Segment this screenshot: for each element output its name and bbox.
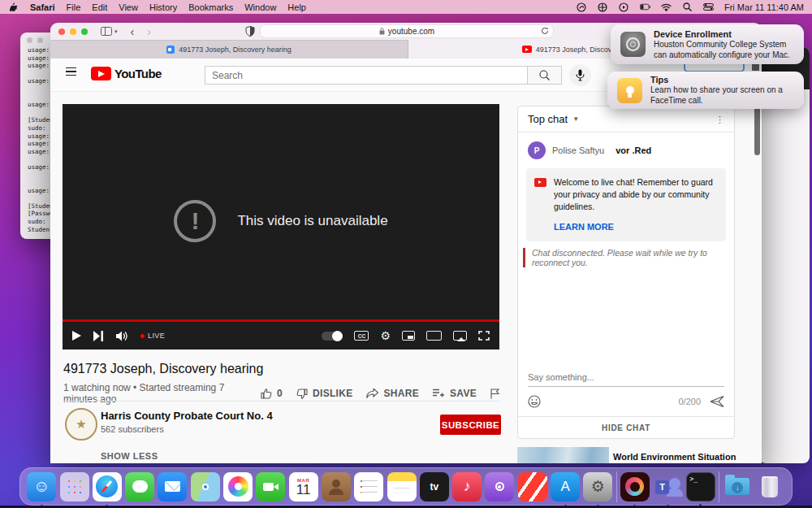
back-button[interactable]: ‹ xyxy=(124,28,141,36)
search-icon xyxy=(539,70,550,80)
dislike-button[interactable]: DISLIKE xyxy=(296,388,352,399)
dock-messages-icon[interactable] xyxy=(125,472,154,501)
chat-author-name[interactable]: Polise Saftyu xyxy=(552,145,604,155)
menu-window[interactable]: Window xyxy=(244,2,276,12)
dock-podcasts-icon[interactable] xyxy=(485,472,514,501)
creative-cloud-menu-icon[interactable] xyxy=(577,2,587,12)
subscribe-button[interactable]: SUBSCRIBE xyxy=(440,415,501,435)
learn-more-link[interactable]: LEARN MORE xyxy=(554,222,718,232)
terminal-close-button[interactable] xyxy=(27,37,32,43)
video-player[interactable]: ! This video is unavailable LIVE xyxy=(63,104,499,350)
captions-button[interactable]: CC xyxy=(354,331,369,341)
apple-menu-icon[interactable] xyxy=(10,2,19,12)
dock-contacts-icon[interactable] xyxy=(322,472,351,501)
autoplay-toggle[interactable] xyxy=(322,332,343,341)
menu-bar-clock[interactable]: Fri Mar 11 11:40 AM xyxy=(724,2,804,12)
background-window[interactable] xyxy=(759,47,810,463)
dock-reminders-icon[interactable] xyxy=(354,472,383,501)
page-scrollbar[interactable] xyxy=(754,102,760,155)
sidebar-toggle-icon[interactable] xyxy=(101,27,112,36)
channel-avatar[interactable]: ★ xyxy=(65,408,97,441)
notification-tips[interactable]: Tips Learn how to share your screen on a… xyxy=(607,72,804,109)
emoji-icon[interactable] xyxy=(528,395,541,408)
menu-view[interactable]: View xyxy=(119,2,138,12)
like-button[interactable]: 0 xyxy=(261,388,283,399)
dock-trash-icon[interactable] xyxy=(755,472,784,501)
notification-body: Learn how to share your screen on a Face… xyxy=(650,85,794,106)
terminal-minimize-button[interactable] xyxy=(37,37,43,43)
play-status-menu-icon[interactable] xyxy=(619,2,629,12)
menu-help[interactable]: Help xyxy=(287,2,306,12)
miniplayer-button[interactable] xyxy=(402,331,415,341)
save-button[interactable]: SAVE xyxy=(433,388,477,399)
recommended-thumbnail[interactable] xyxy=(517,447,609,463)
dock-creative-cloud-icon[interactable] xyxy=(620,472,650,501)
reload-icon[interactable] xyxy=(541,27,549,35)
dock-music-icon[interactable]: ♪ xyxy=(452,472,482,501)
chat-message-input[interactable] xyxy=(528,370,724,387)
dock-system-preferences-icon[interactable]: ⚙ xyxy=(583,472,612,501)
hide-chat-button[interactable]: HIDE CHAT xyxy=(518,416,734,438)
youtube-favicon xyxy=(522,46,532,53)
dock-appstore-icon[interactable]: A xyxy=(551,472,580,501)
menu-file[interactable]: File xyxy=(67,2,81,12)
hamburger-menu-icon[interactable] xyxy=(66,71,76,72)
dock-launchpad-icon[interactable] xyxy=(60,472,89,501)
search-button[interactable] xyxy=(528,66,562,85)
volume-button[interactable] xyxy=(116,331,128,341)
report-button[interactable] xyxy=(490,389,499,399)
address-bar[interactable]: youtube.com xyxy=(261,25,553,37)
tab-zoom-meeting[interactable]: 491773 Joseph, Discovery hearing xyxy=(50,40,408,59)
video-title: 491773 Joseph, Discovery hearing xyxy=(63,362,263,376)
chat-input-area: 0/200 xyxy=(518,369,734,416)
play-button[interactable] xyxy=(72,331,81,341)
dock-finder-icon[interactable]: ☺ xyxy=(27,472,56,501)
privacy-shield-icon[interactable] xyxy=(245,26,255,37)
dock-safari-icon[interactable] xyxy=(93,472,122,501)
dock-maps-icon[interactable] xyxy=(191,472,220,501)
dock-notes-icon[interactable] xyxy=(387,472,417,501)
forward-button[interactable]: › xyxy=(140,28,158,36)
dock-terminal-icon[interactable]: >_ xyxy=(686,472,715,501)
show-less-button[interactable]: SHOW LESS xyxy=(101,451,158,461)
chat-mode-selector[interactable]: Top chat xyxy=(528,113,568,125)
window-minimize-button[interactable] xyxy=(70,28,76,35)
dock-photos-icon[interactable] xyxy=(223,472,253,501)
menu-history[interactable]: History xyxy=(149,2,177,12)
youtube-logo[interactable]: YouTube xyxy=(91,67,162,80)
window-zoom-button[interactable] xyxy=(81,28,88,35)
battery-icon[interactable] xyxy=(640,2,650,12)
channel-name[interactable]: Harris County Probate Court No. 4 xyxy=(101,410,273,422)
screen-mirroring-menu-icon[interactable] xyxy=(598,2,608,12)
theater-mode-button[interactable] xyxy=(426,331,442,341)
chat-options-icon[interactable]: ⋮ xyxy=(715,118,724,121)
dock-tv-icon[interactable]: tv xyxy=(420,472,449,501)
control-center-icon[interactable] xyxy=(703,2,714,12)
dock-calendar-icon[interactable]: MAR 11 xyxy=(289,472,318,501)
dock-mail-icon[interactable] xyxy=(158,472,187,501)
search-field[interactable] xyxy=(205,66,528,85)
voice-search-button[interactable] xyxy=(569,64,591,86)
search-input[interactable] xyxy=(205,67,527,84)
window-close-button[interactable] xyxy=(58,28,65,35)
spotlight-search-icon[interactable] xyxy=(682,2,693,12)
active-app-name[interactable]: Safari xyxy=(30,2,55,12)
dock-downloads-icon[interactable]: ↓ xyxy=(723,472,752,501)
menu-bookmarks[interactable]: Bookmarks xyxy=(188,2,233,12)
url-text: youtube.com xyxy=(388,27,434,36)
notification-device-enrollment[interactable]: Device Enrollment Houston Community Coll… xyxy=(611,24,804,64)
dock-teams-icon[interactable]: T xyxy=(653,472,682,501)
fullscreen-button[interactable] xyxy=(478,331,490,341)
chevron-down-icon[interactable]: ▼ xyxy=(572,115,579,123)
menu-edit[interactable]: Edit xyxy=(92,2,107,12)
chat-author-avatar[interactable]: P xyxy=(528,141,546,159)
settings-gear-icon[interactable]: ⚙ xyxy=(380,331,391,341)
dock-facetime-icon[interactable] xyxy=(256,472,285,501)
play-on-tv-button[interactable] xyxy=(453,331,467,341)
dock-news-icon[interactable] xyxy=(518,472,547,501)
share-button[interactable]: SHARE xyxy=(366,388,419,399)
wifi-icon[interactable] xyxy=(661,2,672,12)
send-icon[interactable] xyxy=(710,396,724,407)
sidebar-chevron-icon[interactable]: ▾ xyxy=(114,28,118,35)
next-button[interactable] xyxy=(93,331,104,341)
